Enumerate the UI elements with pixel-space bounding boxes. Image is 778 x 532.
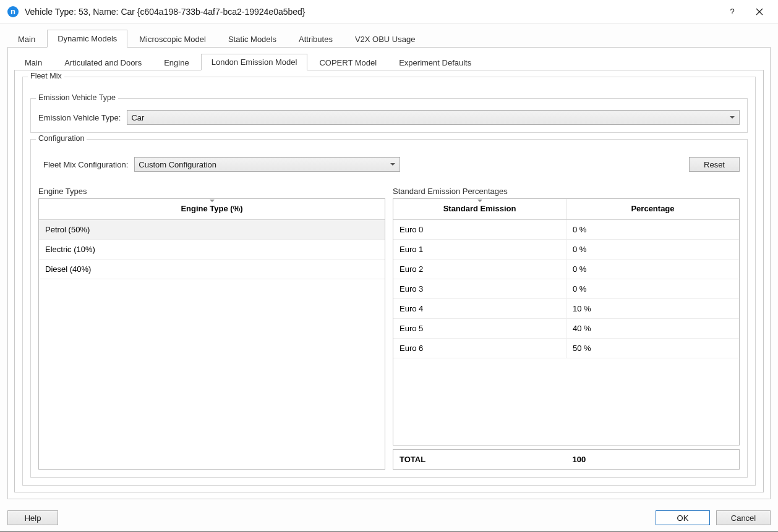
subtab-copert-model[interactable]: COPERT Model: [309, 54, 387, 70]
table-row[interactable]: Euro 540 %: [393, 319, 739, 339]
percentage-header-cell[interactable]: Percentage: [566, 199, 739, 219]
engine-types-title: Engine Types: [38, 187, 385, 196]
table-row[interactable]: Euro 10 %: [393, 240, 739, 260]
help-button[interactable]: Help: [7, 510, 58, 525]
ok-button[interactable]: OK: [656, 510, 710, 525]
tab-microscopic-model[interactable]: Microscopic Model: [129, 30, 216, 48]
titlebar: n Vehicle Type: 53, Name: Car {c604a198-…: [0, 0, 778, 23]
reset-button[interactable]: Reset: [689, 157, 740, 172]
percentage-cell[interactable]: 10 %: [566, 299, 739, 318]
engine-types-grid[interactable]: Engine Type (%) Petrol (50%)Electric (10…: [38, 198, 385, 470]
subtab-main[interactable]: Main: [14, 54, 53, 70]
table-row[interactable]: Electric (10%): [39, 240, 385, 260]
standard-emission-cell[interactable]: Euro 4: [393, 299, 566, 318]
standard-emission-cell[interactable]: Euro 2: [393, 260, 566, 279]
cancel-button[interactable]: Cancel: [716, 510, 771, 525]
emission-vehicle-type-select[interactable]: Car: [127, 110, 740, 125]
tab-dynamic-models[interactable]: Dynamic Models: [47, 30, 127, 48]
subtab-london-emission-model[interactable]: London Emission Model: [201, 54, 308, 70]
percentage-cell[interactable]: 0 %: [566, 240, 739, 259]
fleet-mix-config-row: Fleet Mix Configuration: Custom Configur…: [43, 157, 740, 172]
table-row[interactable]: Petrol (50%): [39, 220, 385, 240]
emission-vehicle-type-group: Emission Vehicle Type Emission Vehicle T…: [30, 98, 748, 133]
emission-vehicle-type-label: Emission Vehicle Type:: [38, 113, 121, 122]
percentage-cell[interactable]: 0 %: [566, 220, 739, 239]
total-value: 100: [566, 450, 740, 469]
emission-percentages-body: Euro 00 %Euro 10 %Euro 20 %Euro 30 %Euro…: [393, 220, 739, 445]
emission-total-row: TOTAL 100: [393, 449, 740, 470]
tab-static-models[interactable]: Static Models: [218, 30, 287, 48]
chevron-down-icon: [210, 200, 215, 202]
emission-vehicle-type-combo-wrap: Car: [127, 110, 740, 125]
chevron-down-icon: [477, 200, 482, 202]
emission-vehicle-type-legend: Emission Vehicle Type: [36, 93, 118, 102]
engine-types-header[interactable]: Engine Type (%): [39, 199, 385, 220]
subtab-experiment-defaults[interactable]: Experiment Defaults: [388, 54, 482, 70]
secondary-tabbar: MainArticulated and DoorsEngineLondon Em…: [14, 53, 764, 70]
emission-percentages-block: Standard Emission Percentages Standard E…: [393, 187, 740, 470]
engine-type-cell[interactable]: Electric (10%): [39, 240, 385, 259]
percentage-cell[interactable]: 0 %: [566, 279, 739, 298]
tab-attributes[interactable]: Attributes: [288, 30, 343, 48]
emission-percentages-grid[interactable]: Standard Emission Percentage Euro 00 %Eu…: [393, 198, 740, 445]
standard-emission-cell[interactable]: Euro 1: [393, 240, 566, 259]
engine-types-block: Engine Types Engine Type (%): [38, 187, 385, 470]
standard-emission-cell[interactable]: Euro 0: [393, 220, 566, 239]
total-label: TOTAL: [393, 450, 566, 469]
subtab-engine[interactable]: Engine: [153, 54, 199, 70]
close-icon[interactable]: [746, 2, 773, 21]
standard-emission-header-cell[interactable]: Standard Emission: [393, 199, 566, 219]
primary-tabbar: MainDynamic ModelsMicroscopic ModelStati…: [7, 28, 771, 47]
table-row[interactable]: Diesel (40%): [39, 260, 385, 279]
help-icon[interactable]: ?: [719, 2, 746, 21]
standard-emission-cell[interactable]: Euro 3: [393, 279, 566, 298]
emission-percentages-header[interactable]: Standard Emission Percentage: [393, 199, 739, 220]
dialog-body: MainDynamic ModelsMicroscopic ModelStati…: [0, 23, 778, 504]
emission-percentages-title: Standard Emission Percentages: [393, 187, 740, 196]
fleet-mix-legend: Fleet Mix: [28, 72, 64, 80]
standard-emission-cell[interactable]: Euro 6: [393, 339, 566, 358]
fleet-mix-config-label: Fleet Mix Configuration:: [43, 160, 128, 169]
configuration-group: Configuration Fleet Mix Configuration: C…: [30, 139, 748, 478]
engine-type-cell[interactable]: Petrol (50%): [39, 220, 385, 239]
secondary-tab-pane: Fleet Mix Emission Vehicle Type Emission…: [14, 70, 764, 492]
tab-v2x-obu-usage[interactable]: V2X OBU Usage: [344, 30, 426, 48]
engine-type-cell[interactable]: Diesel (40%): [39, 260, 385, 279]
engine-types-body: Petrol (50%)Electric (10%)Diesel (40%): [39, 220, 385, 469]
standard-emission-cell[interactable]: Euro 5: [393, 319, 566, 338]
fleet-mix-config-select[interactable]: Custom Configuration: [134, 157, 400, 172]
subtab-articulated-and-doors[interactable]: Articulated and Doors: [54, 54, 152, 70]
button-bar: Help OK Cancel: [0, 504, 778, 531]
table-row[interactable]: Euro 410 %: [393, 299, 739, 319]
table-row[interactable]: Euro 650 %: [393, 339, 739, 358]
engine-type-header-cell[interactable]: Engine Type (%): [39, 199, 385, 219]
table-row[interactable]: Euro 20 %: [393, 260, 739, 279]
window: n Vehicle Type: 53, Name: Car {c604a198-…: [0, 0, 778, 532]
percentage-cell[interactable]: 0 %: [566, 260, 739, 279]
table-row[interactable]: Euro 00 %: [393, 220, 739, 240]
app-icon: n: [7, 6, 19, 17]
table-row[interactable]: Euro 30 %: [393, 279, 739, 299]
configuration-legend: Configuration: [36, 134, 87, 143]
tables-row: Engine Types Engine Type (%): [38, 187, 740, 470]
primary-tab-pane: MainArticulated and DoorsEngineLondon Em…: [7, 47, 771, 499]
window-title: Vehicle Type: 53, Name: Car {c604a198-73…: [25, 7, 719, 17]
percentage-cell[interactable]: 50 %: [566, 339, 739, 358]
tab-main[interactable]: Main: [7, 30, 46, 48]
app-icon-letter: n: [11, 7, 15, 16]
fleet-mix-group: Fleet Mix Emission Vehicle Type Emission…: [22, 77, 756, 486]
fleet-mix-config-combo-wrap: Custom Configuration: [134, 157, 400, 172]
percentage-cell[interactable]: 40 %: [566, 319, 739, 338]
